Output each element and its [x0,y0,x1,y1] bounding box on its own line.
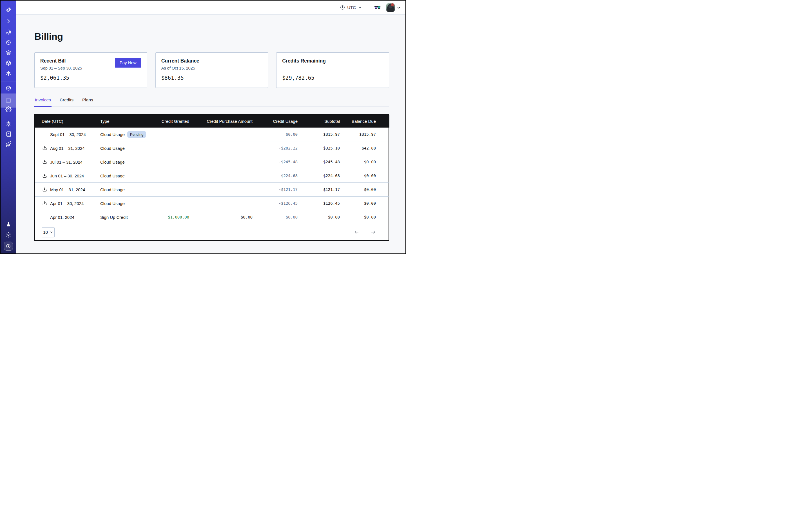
card-amount: $861.35 [161,75,262,81]
download-icon[interactable] [42,187,47,192]
column-header: Date (UTC) [35,115,97,128]
rocket-icon[interactable] [5,141,11,147]
page-title: Billing [34,31,389,42]
prev-page-button[interactable] [354,229,359,235]
balance-due-cell: $315.97 [343,128,389,141]
credit-usage-cell: -$224.68 [256,169,301,183]
date-cell: Apr 01 – 30, 2024 [35,197,97,210]
type-cell: Cloud Usage [97,183,153,197]
card-amount: $2,061.35 [40,75,141,81]
date-cell: Jun 01 – 30, 2024 [35,169,97,183]
date-cell: Sept 01 – 30, 2024 [35,128,97,141]
download-icon[interactable] [42,159,47,165]
credit-granted-cell [153,197,193,210]
layers-icon[interactable] [5,50,11,56]
invoice-date: Sept 01 – 30, 2024 [50,132,86,137]
column-header: Credit Purchase Amount [193,115,256,128]
balance-due-cell: $0.00 [343,210,389,224]
settings-gear-icon[interactable] [5,106,11,112]
type-cell: Cloud Usage [97,169,153,183]
avatar[interactable] [386,3,395,12]
credits-remaining-card: Credits Remaining $29,782.65 [276,52,389,88]
credit-granted-cell: $1,000.00 [153,210,193,224]
docs-book-icon[interactable] [5,131,11,137]
table-row: Sept 01 – 30, 2024Cloud UsagePending$0.0… [35,128,389,141]
brightness-icon[interactable] [5,232,11,238]
tab-invoices[interactable]: Invoices [34,97,51,106]
download-icon[interactable] [42,145,47,151]
credit-usage-cell: $0.00 [256,128,301,141]
credit-usage-cell: -$121.17 [256,183,301,197]
invoice-date: Jul 01 – 31, 2024 [50,160,83,164]
credit-usage-cell: -$126.45 [256,197,301,210]
card-amount: $29,782.65 [282,75,383,81]
download-icon[interactable] [42,173,47,178]
ship-wheel-icon[interactable] [5,121,11,127]
timezone-selector[interactable]: UTC [340,5,362,10]
gauge-icon[interactable] [5,85,11,91]
download-icon[interactable] [42,201,47,206]
table-row: Aug 01 – 31, 2024Cloud Usage-$282.22$325… [35,141,389,155]
invoice-type: Cloud Usage [100,201,125,206]
download-placeholder [42,214,47,220]
column-header: Type [97,115,153,128]
balance-due-cell: $0.00 [343,169,389,183]
content: Billing Recent Bill Sep 01 – Sep 30, 202… [16,31,405,241]
subtotal-cell: $0.00 [301,210,343,224]
invoice-type: Cloud Usage [100,132,125,137]
column-header: Balance Due [343,115,389,128]
date-cell: Aug 01 – 31, 2024 [35,141,97,155]
spiral-eye-icon[interactable] [5,29,11,35]
history-timer-icon[interactable] [5,39,11,46]
date-cell: Jul 01 – 31, 2024 [35,155,97,169]
app-window: $ UTC [0,0,406,254]
credit-purchase-cell [193,141,256,155]
type-cell: Cloud UsagePending [97,128,153,141]
credit-purchase-cell [193,183,256,197]
cube-icon[interactable] [5,60,11,66]
table-row: May 01 – 31, 2024Cloud Usage-$121.17$121… [35,183,389,197]
chevron-down-icon [358,5,362,9]
sidebar: $ [1,1,16,253]
tab-plans[interactable]: Plans [82,97,94,106]
invoices-table: Date (UTC)TypeCredit GrantedCredit Purch… [35,115,389,224]
current-balance-card: Current Balance As of Oct 15, 2025 $861.… [156,52,268,88]
chevron-down-icon[interactable] [396,5,401,10]
dollar-badge-icon: $ [5,243,11,249]
credit-granted-cell [153,169,193,183]
page-size-select[interactable]: 10 [42,227,55,238]
invoice-type: Cloud Usage [100,146,125,151]
table-row: Apr 01, 2024Sign Up Credit$1,000.00$0.00… [35,210,389,224]
tab-credits[interactable]: Credits [59,97,74,106]
type-cell: Sign Up Credit [97,210,153,224]
recent-bill-card: Recent Bill Sep 01 – Sep 30, 2025 $2,061… [34,52,147,88]
arrow-right-icon [370,229,376,235]
pay-now-button[interactable]: Pay Now [115,58,141,68]
stereo-glasses-icon[interactable] [374,5,381,10]
credit-purchase-cell: $0.00 [193,210,256,224]
card-subtitle [282,66,383,71]
balance-due-cell: $0.00 [343,155,389,169]
chevron-right-icon[interactable] [5,18,11,24]
type-cell: Cloud Usage [97,155,153,169]
asterisk-icon[interactable] [5,70,11,76]
invoice-type: Sign Up Credit [100,215,128,220]
type-cell: Cloud Usage [97,197,153,210]
page-size-value: 10 [43,230,48,235]
credit-purchase-cell [193,169,256,183]
column-header: Credit Usage [256,115,301,128]
download-placeholder [42,131,47,137]
invoice-date: May 01 – 31, 2024 [50,187,85,192]
billing-tabs: InvoicesCreditsPlans [34,97,389,107]
billing-card-icon[interactable] [5,97,11,103]
table-header-row: Date (UTC)TypeCredit GrantedCredit Purch… [35,115,389,128]
orbit-logo-icon[interactable] [5,7,11,13]
credit-usage-cell: -$282.22 [256,141,301,155]
main-area: UTC Billing [16,1,405,253]
next-page-button[interactable] [370,229,376,235]
dollar-badge-button[interactable]: $ [4,242,13,251]
table-row: Apr 01 – 30, 2024Cloud Usage-$126.45$126… [35,197,389,210]
svg-text:$: $ [7,245,9,248]
flask-icon[interactable] [5,221,11,227]
credit-usage-cell: -$245.48 [256,155,301,169]
